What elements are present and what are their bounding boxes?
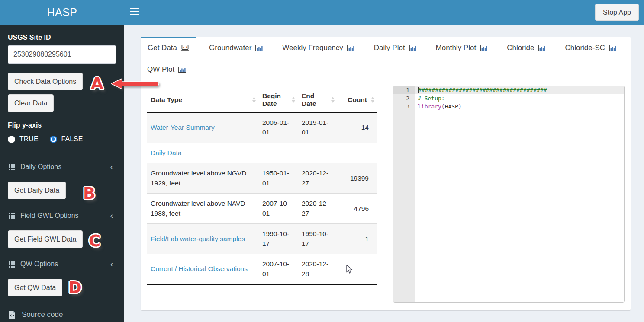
- clear-data-button[interactable]: Clear Data: [8, 94, 54, 112]
- end-date-cell: 2020-12-27: [298, 194, 338, 224]
- column-header-data-type[interactable]: Data Type: [147, 88, 259, 112]
- tab-weekly-frequency[interactable]: Weekly Frequency: [276, 37, 361, 58]
- table-row: Groundwater level above NGVD 1929, feet …: [147, 163, 377, 194]
- radio-true-label[interactable]: TRUE: [19, 135, 39, 143]
- end-date-cell: 2019-01-01: [298, 112, 338, 143]
- data-options-table: Data Type Begin Date End Date Count Wate…: [147, 88, 377, 285]
- table-row: Field/Lab water-quality samples 1990-10-…: [147, 224, 377, 254]
- code-line: 3 library(HASP): [393, 102, 624, 111]
- grid-icon: [9, 164, 15, 170]
- editor-gutter: [393, 86, 415, 302]
- chevron-left-icon: ‹: [110, 213, 113, 219]
- annotation-letter-b: B: [83, 184, 95, 203]
- sort-icon[interactable]: [292, 97, 296, 103]
- data-type-link[interactable]: Daily Data: [151, 149, 182, 156]
- tab-label: Weekly Frequency: [282, 44, 343, 52]
- begin-date-cell: 1950-01-01: [259, 163, 298, 194]
- end-date-cell: 1990-10-17: [298, 224, 338, 254]
- tab-label: Chloride-SC: [565, 44, 605, 52]
- end-date-cell: 2020-12-27: [298, 163, 338, 194]
- site-id-input[interactable]: [8, 45, 116, 64]
- line-number: 2: [393, 94, 415, 102]
- sidebar-item-qw-options[interactable]: QW Options ‹: [0, 257, 124, 271]
- table-header-row: Data Type Begin Date End Date Count: [147, 88, 377, 112]
- data-type-text: Groundwater level above NAVD 1988, feet: [151, 200, 245, 217]
- tab-monthly-plot[interactable]: Monthly Plot: [429, 37, 495, 58]
- sidebar-item-source-code[interactable]: Source code: [0, 307, 124, 322]
- daily-options-label: Daily Options: [20, 163, 61, 171]
- data-type-link[interactable]: Current / Historical Observations: [151, 265, 248, 272]
- radio-false[interactable]: [50, 136, 57, 143]
- count-cell: [338, 254, 377, 284]
- end-date-cell: 2020-12-28: [298, 254, 338, 284]
- tab-label: QW Plot: [147, 65, 174, 74]
- begin-date-cell: 2007-10-01: [259, 194, 298, 224]
- begin-date-cell: 2006-01-01: [259, 112, 298, 143]
- count-cell: [338, 143, 377, 163]
- source-code-label: Source code: [22, 310, 63, 319]
- radio-false-label[interactable]: FALSE: [61, 135, 83, 143]
- sidebar-item-field-gwl-options[interactable]: Field GWL Options ‹: [0, 208, 124, 223]
- tab-qw-plot[interactable]: QW Plot: [141, 58, 193, 80]
- sort-icon[interactable]: [252, 97, 256, 103]
- annotation-letter-c: C: [89, 232, 100, 250]
- tab-box: Get Data Groundwater Weekly Frequency Da…: [141, 37, 631, 310]
- data-type-link[interactable]: Field/Lab water-quality samples: [151, 235, 245, 242]
- column-header-end-date[interactable]: End Date: [298, 88, 338, 112]
- tab-label: Get Data: [148, 44, 177, 52]
- tab-row-1: Get Data Groundwater Weekly Frequency Da…: [141, 37, 631, 58]
- column-header-count[interactable]: Count: [338, 88, 377, 112]
- count-cell: 1: [338, 224, 377, 254]
- stop-app-button[interactable]: Stop App: [595, 4, 639, 21]
- grid-icon: [9, 213, 15, 219]
- annotation-letter-a: A: [91, 74, 103, 93]
- app-logo: HASP: [0, 0, 124, 25]
- tab-label: Monthly Plot: [436, 44, 477, 52]
- end-date-cell: [298, 143, 338, 163]
- begin-date-cell: 2007-10-01: [259, 254, 298, 284]
- file-code-icon: [9, 310, 16, 319]
- top-navbar: Stop App: [124, 0, 644, 25]
- laptop-code-icon: [180, 45, 190, 52]
- bar-chart-icon: [480, 45, 488, 52]
- bar-chart-icon: [255, 45, 263, 52]
- annotation-arrow-icon: [111, 78, 161, 90]
- tab-label: Groundwater: [209, 44, 251, 52]
- radio-true[interactable]: [8, 136, 15, 143]
- field-gwl-options-label: Field GWL Options: [20, 212, 79, 220]
- get-qw-data-button[interactable]: Get QW Data: [8, 279, 62, 296]
- column-header-begin-date[interactable]: Begin Date: [259, 88, 298, 112]
- table-row: Daily Data: [147, 143, 377, 163]
- count-cell: 14: [338, 112, 377, 143]
- sort-icon[interactable]: [331, 97, 335, 103]
- code-line: 2 # Setup:: [393, 94, 624, 102]
- bar-chart-icon: [178, 66, 186, 73]
- tab-chloride[interactable]: Chloride: [500, 37, 552, 58]
- check-data-options-button[interactable]: Check Data Options: [8, 73, 83, 90]
- line-number: 1: [393, 86, 415, 94]
- tab-daily-plot[interactable]: Daily Plot: [367, 37, 423, 58]
- get-field-gwl-data-button[interactable]: Get Field GWL Data: [8, 230, 83, 248]
- tab-row-2: QW Plot: [141, 58, 631, 80]
- sort-icon[interactable]: [371, 97, 375, 103]
- line-number: 3: [393, 102, 415, 111]
- qw-options-label: QW Options: [20, 260, 58, 268]
- site-id-label: USGS Site ID: [8, 34, 51, 41]
- chevron-left-icon: ‹: [110, 164, 113, 170]
- data-type-link[interactable]: Water-Year Summary: [151, 124, 215, 131]
- data-type-text: Groundwater level above NGVD 1929, feet: [151, 169, 246, 186]
- annotation-letter-d: D: [68, 278, 82, 297]
- bar-chart-icon: [347, 45, 355, 52]
- count-cell: 4796: [338, 194, 377, 224]
- bar-chart-icon: [409, 45, 417, 52]
- sidebar-item-daily-options[interactable]: Daily Options ‹: [0, 159, 124, 174]
- tab-get-data[interactable]: Get Data: [141, 37, 196, 58]
- get-daily-data-button[interactable]: Get Daily Data: [8, 182, 66, 199]
- tab-groundwater[interactable]: Groundwater: [203, 37, 270, 58]
- table-row: Water-Year Summary 2006-01-01 2019-01-01…: [147, 112, 377, 143]
- flip-y-axis-label: Flip y-axis: [8, 121, 42, 129]
- tab-chloride-sc[interactable]: Chloride-SC: [558, 37, 623, 58]
- bar-chart-icon: [538, 45, 546, 52]
- sidebar-toggle-icon[interactable]: [130, 8, 140, 16]
- code-editor[interactable]: 1 ######################################…: [393, 86, 625, 303]
